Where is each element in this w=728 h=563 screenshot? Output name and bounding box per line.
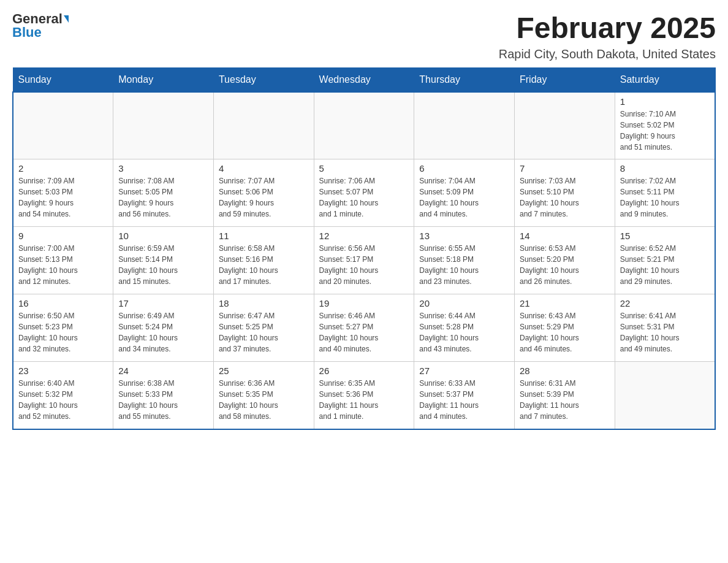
table-row: 22Sunrise: 6:41 AMSunset: 5:31 PMDayligh…	[615, 294, 715, 362]
day-number: 4	[219, 163, 309, 174]
day-info: Sunrise: 7:04 AMSunset: 5:09 PMDaylight:…	[419, 175, 509, 220]
day-number: 5	[319, 163, 409, 174]
day-number: 3	[118, 163, 208, 174]
day-number: 2	[18, 163, 108, 174]
day-info: Sunrise: 6:47 AMSunset: 5:25 PMDaylight:…	[219, 310, 309, 354]
table-row: 2Sunrise: 7:09 AMSunset: 5:03 PMDaylight…	[13, 159, 113, 227]
day-info: Sunrise: 6:40 AMSunset: 5:32 PMDaylight:…	[18, 378, 108, 422]
day-number: 16	[18, 298, 108, 308]
header-thursday: Thursday	[414, 67, 515, 92]
table-row: 18Sunrise: 6:47 AMSunset: 5:25 PMDayligh…	[213, 294, 314, 362]
day-number: 18	[219, 298, 309, 308]
table-row: 26Sunrise: 6:35 AMSunset: 5:36 PMDayligh…	[314, 362, 414, 429]
table-row: 8Sunrise: 7:02 AMSunset: 5:11 PMDaylight…	[615, 159, 715, 227]
table-row	[314, 92, 414, 159]
table-row	[414, 92, 515, 159]
table-row: 20Sunrise: 6:44 AMSunset: 5:28 PMDayligh…	[414, 294, 515, 362]
table-row: 17Sunrise: 6:49 AMSunset: 5:24 PMDayligh…	[113, 294, 214, 362]
table-row: 9Sunrise: 7:00 AMSunset: 5:13 PMDaylight…	[13, 227, 113, 294]
table-row: 11Sunrise: 6:58 AMSunset: 5:16 PMDayligh…	[213, 227, 314, 294]
table-row: 15Sunrise: 6:52 AMSunset: 5:21 PMDayligh…	[615, 227, 715, 294]
calendar-title: February 2025	[499, 12, 716, 45]
day-number: 11	[219, 231, 309, 241]
calendar-week-row: 9Sunrise: 7:00 AMSunset: 5:13 PMDaylight…	[13, 227, 715, 294]
calendar-header-row: Sunday Monday Tuesday Wednesday Thursday…	[13, 67, 715, 92]
day-info: Sunrise: 7:06 AMSunset: 5:07 PMDaylight:…	[319, 175, 409, 220]
table-row	[515, 92, 615, 159]
logo-general-text: General	[12, 12, 63, 26]
day-info: Sunrise: 6:59 AMSunset: 5:14 PMDaylight:…	[118, 243, 208, 287]
day-number: 14	[520, 231, 610, 241]
day-info: Sunrise: 6:58 AMSunset: 5:16 PMDaylight:…	[219, 243, 309, 287]
title-block: February 2025 Rapid City, South Dakota, …	[499, 12, 716, 61]
header-wednesday: Wednesday	[314, 67, 414, 92]
day-number: 6	[419, 163, 509, 174]
day-number: 24	[118, 366, 208, 376]
header-friday: Friday	[515, 67, 615, 92]
day-info: Sunrise: 7:02 AMSunset: 5:11 PMDaylight:…	[620, 175, 710, 220]
table-row: 1Sunrise: 7:10 AMSunset: 5:02 PMDaylight…	[615, 92, 715, 159]
day-info: Sunrise: 6:56 AMSunset: 5:17 PMDaylight:…	[319, 243, 409, 287]
day-number: 28	[520, 366, 610, 376]
page-header: General Blue February 2025 Rapid City, S…	[12, 12, 716, 61]
day-info: Sunrise: 7:10 AMSunset: 5:02 PMDaylight:…	[620, 109, 710, 153]
day-number: 23	[18, 366, 108, 376]
table-row: 24Sunrise: 6:38 AMSunset: 5:33 PMDayligh…	[113, 362, 214, 429]
day-number: 9	[18, 231, 108, 241]
table-row: 23Sunrise: 6:40 AMSunset: 5:32 PMDayligh…	[13, 362, 113, 429]
table-row: 25Sunrise: 6:36 AMSunset: 5:35 PMDayligh…	[213, 362, 314, 429]
day-number: 7	[520, 163, 610, 174]
day-info: Sunrise: 6:55 AMSunset: 5:18 PMDaylight:…	[419, 243, 509, 287]
table-row: 12Sunrise: 6:56 AMSunset: 5:17 PMDayligh…	[314, 227, 414, 294]
day-number: 20	[419, 298, 509, 308]
table-row: 5Sunrise: 7:06 AMSunset: 5:07 PMDaylight…	[314, 159, 414, 227]
logo: General Blue	[12, 12, 69, 39]
day-info: Sunrise: 6:31 AMSunset: 5:39 PMDaylight:…	[520, 378, 610, 422]
day-info: Sunrise: 7:08 AMSunset: 5:05 PMDaylight:…	[118, 175, 208, 220]
table-row	[615, 362, 715, 429]
day-info: Sunrise: 7:00 AMSunset: 5:13 PMDaylight:…	[18, 243, 108, 287]
day-number: 25	[219, 366, 309, 376]
day-number: 1	[620, 96, 710, 107]
day-number: 15	[620, 231, 710, 241]
day-number: 21	[520, 298, 610, 308]
day-info: Sunrise: 6:43 AMSunset: 5:29 PMDaylight:…	[520, 310, 610, 354]
day-number: 27	[419, 366, 509, 376]
table-row	[213, 92, 314, 159]
day-info: Sunrise: 6:44 AMSunset: 5:28 PMDaylight:…	[419, 310, 509, 354]
day-info: Sunrise: 6:38 AMSunset: 5:33 PMDaylight:…	[118, 378, 208, 422]
day-info: Sunrise: 6:46 AMSunset: 5:27 PMDaylight:…	[319, 310, 409, 354]
calendar-week-row: 2Sunrise: 7:09 AMSunset: 5:03 PMDaylight…	[13, 159, 715, 227]
header-sunday: Sunday	[13, 67, 113, 92]
table-row	[13, 92, 113, 159]
table-row: 19Sunrise: 6:46 AMSunset: 5:27 PMDayligh…	[314, 294, 414, 362]
calendar-week-row: 23Sunrise: 6:40 AMSunset: 5:32 PMDayligh…	[13, 362, 715, 429]
calendar-week-row: 1Sunrise: 7:10 AMSunset: 5:02 PMDaylight…	[13, 92, 715, 159]
day-info: Sunrise: 7:07 AMSunset: 5:06 PMDaylight:…	[219, 175, 309, 220]
table-row: 7Sunrise: 7:03 AMSunset: 5:10 PMDaylight…	[515, 159, 615, 227]
day-info: Sunrise: 6:52 AMSunset: 5:21 PMDaylight:…	[620, 243, 710, 287]
day-number: 19	[319, 298, 409, 308]
day-info: Sunrise: 6:36 AMSunset: 5:35 PMDaylight:…	[219, 378, 309, 422]
table-row: 14Sunrise: 6:53 AMSunset: 5:20 PMDayligh…	[515, 227, 615, 294]
day-info: Sunrise: 6:41 AMSunset: 5:31 PMDaylight:…	[620, 310, 710, 354]
day-info: Sunrise: 7:03 AMSunset: 5:10 PMDaylight:…	[520, 175, 610, 220]
table-row: 28Sunrise: 6:31 AMSunset: 5:39 PMDayligh…	[515, 362, 615, 429]
table-row: 6Sunrise: 7:04 AMSunset: 5:09 PMDaylight…	[414, 159, 515, 227]
logo-arrow-icon	[64, 15, 69, 23]
header-monday: Monday	[113, 67, 214, 92]
day-number: 12	[319, 231, 409, 241]
day-info: Sunrise: 6:50 AMSunset: 5:23 PMDaylight:…	[18, 310, 108, 354]
calendar-table: Sunday Monday Tuesday Wednesday Thursday…	[12, 67, 716, 430]
day-number: 26	[319, 366, 409, 376]
calendar-week-row: 16Sunrise: 6:50 AMSunset: 5:23 PMDayligh…	[13, 294, 715, 362]
day-info: Sunrise: 6:33 AMSunset: 5:37 PMDaylight:…	[419, 378, 509, 422]
table-row: 13Sunrise: 6:55 AMSunset: 5:18 PMDayligh…	[414, 227, 515, 294]
header-tuesday: Tuesday	[213, 67, 314, 92]
logo-blue-text: Blue	[12, 26, 42, 39]
table-row: 16Sunrise: 6:50 AMSunset: 5:23 PMDayligh…	[13, 294, 113, 362]
day-number: 17	[118, 298, 208, 308]
day-info: Sunrise: 6:53 AMSunset: 5:20 PMDaylight:…	[520, 243, 610, 287]
day-number: 10	[118, 231, 208, 241]
day-info: Sunrise: 6:49 AMSunset: 5:24 PMDaylight:…	[118, 310, 208, 354]
